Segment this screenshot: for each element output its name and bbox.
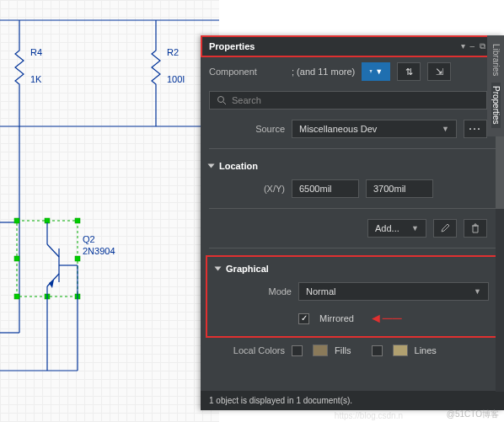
component-suffix: ; (and 11 more) xyxy=(292,67,355,77)
schematic-canvas[interactable]: R4 1K R2 100I Q2 2N3904 xyxy=(0,0,219,422)
q2-ref: Q2 xyxy=(83,234,95,244)
panel-title: Properties xyxy=(209,41,255,51)
mode-label: Mode xyxy=(216,286,292,296)
annotation-arrow-icon: ◄── xyxy=(369,311,402,326)
search-icon xyxy=(217,95,227,105)
y-input[interactable]: 3700mil xyxy=(366,179,433,198)
r4-val: 1K xyxy=(30,74,42,84)
source-dropdown[interactable]: Miscellaneous Dev▼ xyxy=(292,120,457,138)
watermark-51cto: @51CTO博客 xyxy=(447,409,499,420)
search-input[interactable]: Search xyxy=(209,91,487,110)
lines-label: Lines xyxy=(415,345,437,355)
component-label: Component xyxy=(209,67,285,77)
q2-val: 2N3904 xyxy=(83,246,115,256)
svg-rect-16 xyxy=(14,294,19,299)
local-colors-label: Local Colors xyxy=(209,345,285,355)
search-placeholder: Search xyxy=(232,95,261,105)
toolbar-button-b[interactable]: ⇲ xyxy=(427,62,451,81)
lines-swatch[interactable] xyxy=(393,345,408,356)
r2-ref: R2 xyxy=(167,47,179,57)
status-bar: 1 object is displayed in 1 document(s). xyxy=(201,391,504,410)
panel-dock-icon[interactable]: ⧉ xyxy=(480,41,485,51)
trash-icon xyxy=(470,223,480,233)
graphical-highlight: Graphical Mode Normal▼ Mirrored ◄── xyxy=(206,255,499,338)
tab-libraries[interactable]: Libraries xyxy=(491,40,501,79)
svg-line-22 xyxy=(47,274,59,286)
svg-line-21 xyxy=(47,244,59,257)
svg-rect-15 xyxy=(75,256,80,261)
panel-min-icon[interactable]: – xyxy=(470,41,475,51)
r2-val: 100I xyxy=(167,74,185,84)
xy-label: (X/Y) xyxy=(209,184,285,194)
filter-button[interactable]: ▼ xyxy=(362,62,390,81)
source-more-button[interactable]: ··· xyxy=(464,120,487,138)
fills-label: Fills xyxy=(335,345,351,355)
svg-marker-23 xyxy=(49,280,54,288)
fills-swatch[interactable] xyxy=(313,345,328,356)
properties-panel: Properties ▾ – ⧉ × Component ; (and 11 m… xyxy=(201,35,504,410)
panel-menu-icon[interactable]: ▾ xyxy=(461,41,465,51)
toolbar-button-a[interactable]: ⇅ xyxy=(397,62,421,81)
source-label: Source xyxy=(209,124,285,134)
mirrored-label: Mirrored xyxy=(319,313,354,323)
pencil-icon xyxy=(440,223,450,233)
svg-rect-14 xyxy=(14,256,19,261)
tab-properties[interactable]: Properties xyxy=(491,83,501,128)
svg-point-28 xyxy=(218,97,224,103)
collapse-icon xyxy=(215,267,222,271)
funnel-icon xyxy=(369,67,373,77)
delete-button[interactable] xyxy=(464,219,487,238)
mode-dropdown[interactable]: Normal▼ xyxy=(298,282,489,301)
mirrored-checkbox[interactable] xyxy=(298,313,309,324)
svg-rect-13 xyxy=(75,218,80,223)
side-tabs: Libraries Properties xyxy=(487,35,504,136)
r4-ref: R4 xyxy=(30,47,42,57)
svg-rect-11 xyxy=(14,218,19,223)
fills-checkbox[interactable] xyxy=(292,345,303,356)
add-button[interactable]: Add...▼ xyxy=(367,219,426,238)
lines-checkbox[interactable] xyxy=(372,345,383,356)
x-input[interactable]: 6500mil xyxy=(292,179,359,198)
edit-button[interactable] xyxy=(433,219,457,238)
collapse-icon xyxy=(208,164,215,168)
graphical-section-header[interactable]: Graphical xyxy=(207,257,497,277)
svg-line-29 xyxy=(223,102,226,104)
watermark-csdn: https://blog.csdn.n xyxy=(335,411,403,420)
location-section-header[interactable]: Location xyxy=(201,154,504,174)
panel-header: Properties ▾ – ⧉ × xyxy=(201,35,504,57)
